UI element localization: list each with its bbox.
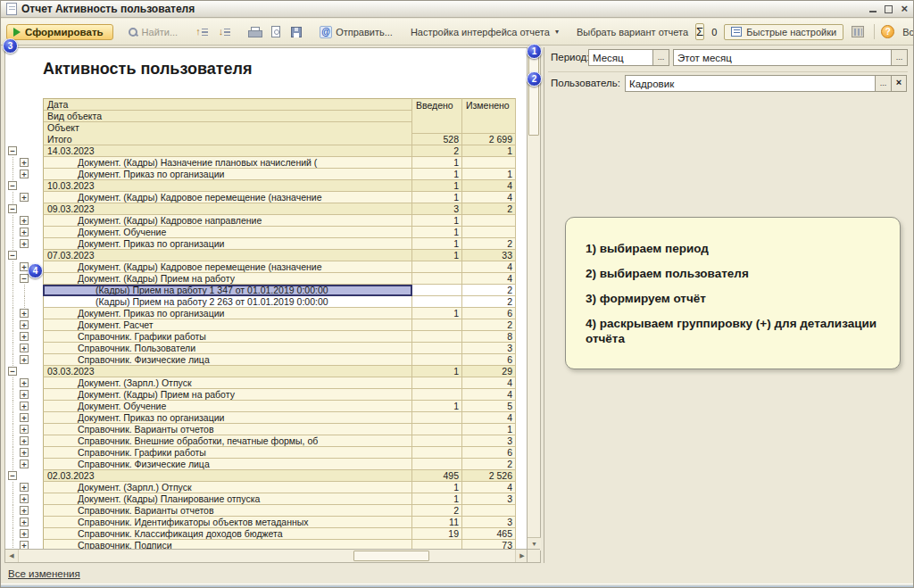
clear-icon[interactable]: × <box>891 76 906 91</box>
expand-icon[interactable]: + <box>20 344 29 352</box>
ellipsis-icon[interactable]: ... <box>652 50 669 65</box>
table-row[interactable]: +Документ. Приказ по организации12 <box>5 238 516 250</box>
collapse-icon[interactable]: − <box>8 367 17 376</box>
collapse-icon[interactable]: − <box>20 274 29 283</box>
table-row[interactable]: −09.03.202332 <box>5 203 516 215</box>
table-row[interactable]: +Документ. (Зарпл.) Отпуск14 <box>5 482 516 493</box>
print-button[interactable] <box>245 25 264 38</box>
table-row[interactable]: +Справочник. Физические лица2 <box>5 459 516 470</box>
table-row[interactable]: +Справочник. Внешние обработки, печатные… <box>5 435 516 447</box>
quick-settings-button[interactable]: Быстрые настройки <box>724 24 843 40</box>
table-row[interactable]: +Справочник. Классификация доходов бюдже… <box>5 528 516 540</box>
vertical-scrollbar-thumb[interactable] <box>528 50 539 136</box>
table-row[interactable]: +Документ. (Зарпл.) Отпуск4 <box>5 377 516 389</box>
expand-icon[interactable]: + <box>20 239 29 248</box>
table-row[interactable]: +Справочник. Идентификаторы объектов мет… <box>5 517 516 528</box>
table-row[interactable]: +Справочник. Графики работы8 <box>5 331 516 343</box>
table-row[interactable]: +Документ. (Кадры) Кадровое перемещение … <box>5 192 516 203</box>
collapse-icon[interactable]: − <box>8 146 17 155</box>
ellipsis-icon[interactable]: ... <box>891 50 907 65</box>
print-preview-button[interactable] <box>268 24 284 39</box>
close-icon[interactable]: × <box>901 4 908 14</box>
period-kind-value[interactable]: Месяц <box>589 50 652 65</box>
table-row[interactable]: +Справочник. Варианты отчетов2 <box>5 505 516 517</box>
horizontal-scrollbar[interactable]: ◀ ▶ <box>5 549 528 562</box>
table-row[interactable]: +Документ. Расчет2 <box>5 319 516 331</box>
expand-icon[interactable]: + <box>20 448 29 457</box>
table-row[interactable]: Итого5282 699 <box>5 134 516 145</box>
table-row[interactable]: −10.03.202314 <box>5 180 516 192</box>
expand-icon[interactable]: + <box>20 309 29 318</box>
all-actions-button[interactable]: Все действия ▾ <box>899 25 914 39</box>
table-row[interactable]: +Документ. (Кадры) Кадровое перемещение … <box>5 261 516 273</box>
period-value[interactable]: Этот месяц <box>674 50 891 65</box>
table-row[interactable]: +Справочник. Пользователи3 <box>5 343 516 354</box>
period-kind-field[interactable]: Месяц ... <box>588 49 669 66</box>
table-row[interactable]: +Документ. Приказ по организации16 <box>5 308 516 319</box>
user-value[interactable]: Кадровик <box>626 76 875 91</box>
expand-icon[interactable]: + <box>20 425 29 434</box>
horizontal-scrollbar-thumb[interactable] <box>353 551 429 561</box>
expand-icon[interactable]: + <box>20 529 29 538</box>
expand-icon[interactable]: + <box>20 413 29 422</box>
table-row[interactable]: +Справочник. Варианты отчетов1 <box>5 424 516 435</box>
expand-icon[interactable]: + <box>20 193 29 202</box>
table-row[interactable]: −02.03.20234952 526 <box>5 470 516 482</box>
vertical-scrollbar[interactable]: ▼ <box>527 48 540 551</box>
table-row[interactable]: (Кадры) Прием на работу 1 347 от 01.01.2… <box>5 285 516 296</box>
ellipsis-icon[interactable]: ... <box>875 76 891 91</box>
collapse-icon[interactable]: − <box>8 471 17 480</box>
interface-settings-button[interactable]: Настройка интерфейса отчета ▾ <box>407 25 562 39</box>
collapse-icon[interactable]: − <box>8 181 17 190</box>
save-button[interactable] <box>287 25 305 39</box>
expand-icon[interactable]: + <box>20 355 29 364</box>
report-settings-button[interactable] <box>848 24 868 39</box>
collapse-icon[interactable]: − <box>8 251 17 260</box>
help-icon[interactable]: ? <box>881 25 894 38</box>
table-row[interactable]: −14.03.202321 <box>5 145 516 157</box>
table-row[interactable]: +Документ. Обучение15 <box>5 401 516 412</box>
choose-variant-button[interactable]: Выбрать вариант отчета <box>573 25 692 39</box>
expand-icon[interactable]: + <box>20 228 29 236</box>
table-row[interactable]: +Документ. Обучение1 <box>5 227 516 238</box>
table-row[interactable]: +Документ. (Кадры) Кадровое направление1 <box>5 215 516 227</box>
table-row[interactable]: −Документ. (Кадры) Прием на работу4 <box>5 273 516 285</box>
table-row[interactable]: +Справочник. Графики работы6 <box>5 447 516 459</box>
sum-button[interactable]: Σ <box>695 23 704 40</box>
expand-icon[interactable]: + <box>20 460 29 468</box>
user-field[interactable]: Кадровик ... × <box>625 75 907 92</box>
sort-descending-button[interactable]: ↓ <box>215 25 235 38</box>
expand-icon[interactable]: + <box>20 216 29 225</box>
minimize-icon[interactable] <box>869 11 877 12</box>
expand-icon[interactable]: + <box>20 494 29 503</box>
expand-icon[interactable]: + <box>20 506 29 515</box>
expand-icon[interactable]: + <box>20 436 29 445</box>
collapse-icon[interactable]: − <box>8 204 17 213</box>
table-row[interactable]: +Документ. (Кадры) Прием на работу4 <box>5 389 516 401</box>
scroll-left-icon[interactable]: ◀ <box>5 550 19 562</box>
table-row[interactable]: +Справочник. Физические лица6 <box>5 354 516 366</box>
expand-icon[interactable]: + <box>20 378 29 387</box>
expand-icon[interactable]: + <box>20 332 29 341</box>
table-row[interactable]: +Документ. (Кадры) Назначение плановых н… <box>5 157 516 169</box>
maximize-icon[interactable] <box>885 5 893 13</box>
table-row[interactable]: +Документ. Приказ по организации11 <box>5 169 516 180</box>
table-row[interactable]: −07.03.2023133 <box>5 250 516 261</box>
expand-icon[interactable]: + <box>20 170 29 178</box>
table-row[interactable]: −03.03.2023129 <box>5 366 516 377</box>
send-button[interactable]: @ Отправить... <box>316 24 396 40</box>
table-row[interactable]: +Документ. Приказ по организации4 <box>5 412 516 424</box>
expand-icon[interactable]: + <box>20 483 29 492</box>
expand-icon[interactable]: + <box>20 158 29 167</box>
table-row[interactable]: +Документ. (Кадры) Планирование отпуска1… <box>5 493 516 505</box>
table-row[interactable]: (Кадры) Прием на работу 2 263 от 01.01.2… <box>5 296 516 308</box>
all-changes-link[interactable]: Все изменения <box>8 568 80 579</box>
expand-icon[interactable]: + <box>20 390 29 399</box>
generate-report-button[interactable]: Сформировать <box>6 24 113 40</box>
panel-splitter[interactable] <box>544 47 544 563</box>
expand-icon[interactable]: + <box>20 320 29 329</box>
find-button[interactable]: Найти... <box>124 25 182 39</box>
expand-icon[interactable]: + <box>20 518 29 526</box>
expand-icon[interactable]: + <box>20 402 29 410</box>
period-value-field[interactable]: Этот месяц ... <box>673 49 908 66</box>
